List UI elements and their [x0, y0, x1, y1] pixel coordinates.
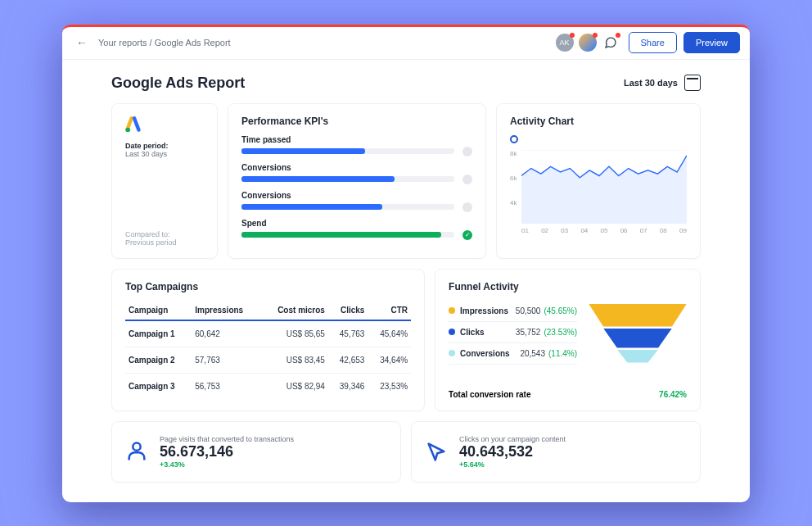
kpi-title: Performance KPI's	[241, 116, 472, 127]
funnel-stat-row: Impressions 50,500 (45.65%)	[449, 301, 577, 322]
date-period-label: Date period:	[125, 142, 204, 150]
share-button[interactable]: Share	[629, 32, 677, 53]
table-cell: Campaign 3	[125, 373, 192, 399]
funnel-card: Funnel Activity Impressions 50,500 (45.6…	[435, 269, 701, 411]
kpi-status-icon	[462, 147, 472, 156]
funnel-dot-icon	[449, 307, 455, 314]
status-dot-icon	[593, 33, 598, 38]
funnel-chart	[589, 301, 687, 383]
table-cell: 39,346	[328, 373, 368, 399]
x-tick: 05	[601, 227, 608, 234]
campaigns-table: CampaignImpressionsCost microsClicksCTR …	[125, 301, 411, 399]
funnel-total-pct: 76.42%	[659, 390, 687, 399]
x-tick: 02	[541, 227, 548, 234]
preview-button[interactable]: Preview	[683, 32, 740, 53]
metric-clicks-card: Clicks on your campaign content 40.643,5…	[411, 421, 701, 483]
table-row[interactable]: Campaign 257,763US$ 83,4542,65334,64%	[125, 347, 411, 373]
funnel-dot-icon	[449, 329, 455, 335]
funnel-stat-value: 35,752	[516, 328, 541, 337]
kpi-bar	[241, 232, 454, 238]
compared-to-value: Previous period	[125, 238, 204, 247]
status-dot-icon	[570, 33, 575, 38]
breadcrumb-current[interactable]: Google Ads Report	[155, 38, 231, 48]
x-tick: 03	[561, 227, 568, 234]
x-tick: 09	[679, 227, 687, 234]
metric-clicks-sub: Clicks on your campaign content	[459, 435, 566, 443]
table-header[interactable]: Campaign	[125, 301, 192, 320]
y-tick: 8k	[510, 150, 517, 157]
kpi-status-icon	[462, 175, 472, 184]
top-campaigns-card: Top Campaigns CampaignImpressionsCost mi…	[111, 269, 425, 411]
table-cell: Campaign 2	[125, 347, 192, 373]
user-icon	[125, 440, 148, 463]
table-header[interactable]: CTR	[368, 301, 411, 320]
avatar-user-2[interactable]	[579, 34, 597, 52]
breadcrumb[interactable]: Your reports / Google Ads Report	[98, 38, 231, 48]
x-tick: 06	[620, 227, 628, 234]
table-cell: US$ 83,45	[260, 347, 328, 373]
kpi-item: Conversions	[241, 163, 472, 184]
funnel-segment-clicks	[603, 329, 672, 348]
kpi-card: Performance KPI's Time passed Conversion…	[228, 103, 486, 259]
table-cell: 57,763	[192, 347, 260, 373]
back-button[interactable]: ←	[72, 36, 92, 49]
funnel-dot-icon	[449, 350, 455, 356]
funnel-segment-conversions	[617, 350, 658, 363]
table-header[interactable]: Cost micros	[260, 301, 328, 320]
funnel-stat-value: 50,500	[516, 306, 541, 315]
calendar-icon[interactable]	[684, 75, 701, 91]
table-cell: 42,653	[328, 347, 368, 373]
kpi-item: Spend	[241, 219, 472, 240]
activity-chart-card: Activity Chart 8k 6k 4k 0102030405060708…	[496, 103, 701, 259]
table-cell: Campaign 1	[125, 320, 192, 347]
app-window: ← Your reports / Google Ads Report AK Sh…	[62, 25, 750, 502]
funnel-stat-pct: (11.4%)	[548, 349, 577, 358]
table-cell: 60,642	[192, 320, 260, 347]
funnel-stat-pct: (23.53%)	[544, 328, 577, 337]
table-row[interactable]: Campaign 356,753US$ 82,9439,34623,53%	[125, 373, 411, 399]
table-cell: 56,753	[192, 373, 260, 399]
funnel-segment-impressions	[589, 304, 687, 327]
svg-point-0	[126, 127, 131, 132]
chat-icon[interactable]	[602, 34, 620, 52]
x-tick: 04	[580, 227, 588, 234]
kpi-label: Time passed	[241, 135, 472, 144]
cursor-click-icon	[425, 440, 448, 463]
funnel-stat-row: Clicks 35,752 (23.53%)	[449, 322, 577, 343]
table-header[interactable]: Impressions	[192, 301, 260, 320]
table-row[interactable]: Campaign 160,642US$ 85,6545,76345,64%	[125, 320, 411, 347]
funnel-stat-value: 20,543	[520, 349, 545, 358]
title-row: Google Ads Report Last 30 days	[111, 75, 701, 92]
avatar-user-1[interactable]: AK	[556, 34, 574, 52]
x-axis: 010203040506070809	[510, 227, 687, 234]
breadcrumb-root[interactable]: Your reports	[98, 38, 147, 48]
status-dot-icon	[616, 33, 620, 38]
compared-to-label: Compared to:	[125, 230, 204, 238]
kpi-label: Conversions	[241, 163, 472, 172]
funnel-stat-label: Conversions	[460, 349, 520, 358]
topbar: ← Your reports / Google Ads Report AK Sh…	[62, 27, 750, 60]
chart-legend-marker	[510, 135, 518, 143]
y-tick: 4k	[510, 199, 517, 206]
top-campaigns-title: Top Campaigns	[125, 281, 411, 292]
kpi-label: Spend	[241, 219, 472, 228]
funnel-stat-pct: (45.65%)	[544, 306, 577, 315]
table-cell: US$ 85,65	[260, 320, 328, 347]
x-tick: 08	[660, 227, 667, 234]
x-tick: 07	[640, 227, 647, 234]
kpi-bar	[241, 148, 454, 154]
report-meta-card: Date period: Last 30 days Compared to: P…	[111, 103, 218, 259]
kpi-status-icon	[462, 230, 472, 240]
table-cell: 45,763	[328, 320, 368, 347]
funnel-stat-label: Impressions	[460, 306, 516, 315]
metric-page-visits-value: 56.673,146	[160, 443, 294, 460]
breadcrumb-sep: /	[147, 38, 155, 48]
activity-chart-title: Activity Chart	[510, 116, 687, 127]
activity-chart[interactable]: 8k 6k 4k	[510, 150, 687, 224]
kpi-bar	[241, 176, 454, 182]
table-cell: 45,64%	[368, 320, 411, 347]
svg-point-4	[133, 443, 140, 451]
table-header[interactable]: Clicks	[328, 301, 368, 320]
date-range-label[interactable]: Last 30 days	[624, 78, 678, 88]
metric-page-visits-sub: Page visits that converted to transactio…	[160, 435, 294, 443]
